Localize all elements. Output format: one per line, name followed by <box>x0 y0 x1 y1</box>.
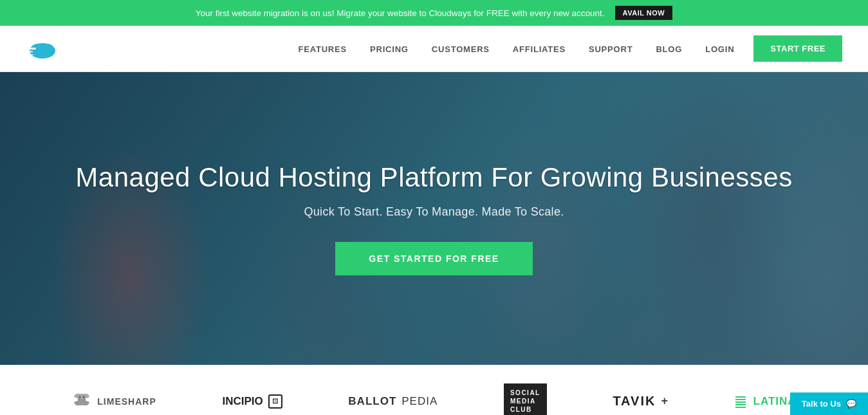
hero-section: Managed Cloud Hosting Platform For Growi… <box>0 72 868 365</box>
avail-now-button[interactable]: AVAIL NOW <box>615 6 673 20</box>
logo-ballotpedia: BALLOTPEDIA <box>348 395 438 408</box>
affiliates-link[interactable]: AFFILIATES <box>513 44 566 54</box>
hero-content: Managed Cloud Hosting Platform For Growi… <box>62 161 805 275</box>
nav-item-support[interactable]: SUPPORT <box>589 43 633 55</box>
pricing-link[interactable]: PRICING <box>370 44 409 54</box>
svg-rect-3 <box>28 48 36 50</box>
get-started-button[interactable]: GET STARTED FOR FREE <box>335 242 532 275</box>
nav-item-customers[interactable]: CUSTOMERS <box>432 43 490 55</box>
limesharp-svg <box>71 391 92 409</box>
customers-link[interactable]: CUSTOMERS <box>432 44 490 54</box>
nav-links: FEATURES PRICING CUSTOMERS AFFILIATES SU… <box>299 43 735 55</box>
logo-social-media-club: SOCIALMEDIACLUB <box>504 383 547 415</box>
incipio-box-icon: ⊡ <box>268 394 282 409</box>
logo-limesharp: LIMESHARP <box>71 391 156 412</box>
talk-to-us-widget[interactable]: Talk to Us 💬 <box>790 392 868 415</box>
nav-item-blog[interactable]: BLOG <box>656 43 682 55</box>
svg-point-8 <box>83 396 85 398</box>
ballotpedia-light: PEDIA <box>402 395 438 408</box>
logo-tavik: TAVIK+ <box>613 394 669 409</box>
limesharp-name: LIMESHARP <box>97 396 156 407</box>
banner-text: Your first website migration is on us! M… <box>196 8 605 18</box>
ballotpedia-bold: BALLOT <box>348 395 396 408</box>
chat-icon: 💬 <box>846 399 856 409</box>
nav-item-pricing[interactable]: PRICING <box>370 43 409 55</box>
tavik-plus-icon: + <box>661 394 669 408</box>
hero-subtitle: Quick To Start. Easy To Manage. Made To … <box>75 205 792 219</box>
blog-link[interactable]: BLOG <box>656 44 682 54</box>
logos-section: LIMESHARP INCIPIO ⊡ BALLOTPEDIA SOCIALME… <box>0 365 868 415</box>
latina-stripes-icon <box>735 395 746 408</box>
support-link[interactable]: SUPPORT <box>589 44 633 54</box>
logo-latina: Latina <box>735 395 797 408</box>
start-free-button[interactable]: START FREE <box>753 35 842 62</box>
hero-title: Managed Cloud Hosting Platform For Growi… <box>75 161 792 194</box>
top-banner: Your first website migration is on us! M… <box>0 0 868 26</box>
tavik-name: TAVIK <box>613 394 656 409</box>
nav-item-affiliates[interactable]: AFFILIATES <box>513 43 566 55</box>
nav-item-login[interactable]: LOGIN <box>705 43 734 55</box>
svg-point-7 <box>79 396 81 398</box>
nav-item-features[interactable]: FEATURES <box>299 43 347 55</box>
logo-incipio: INCIPIO ⊡ <box>222 394 282 409</box>
talk-widget-label: Talk to Us <box>802 399 841 409</box>
logo[interactable] <box>26 37 59 61</box>
svg-point-2 <box>42 44 53 54</box>
login-link[interactable]: LOGIN <box>705 44 734 54</box>
limesharp-icon <box>71 391 92 412</box>
features-link[interactable]: FEATURES <box>299 44 347 54</box>
social-media-text: SOCIALMEDIACLUB <box>510 389 540 414</box>
svg-rect-4 <box>27 51 33 53</box>
incipio-name: INCIPIO <box>222 395 263 408</box>
logo-icon <box>26 37 59 61</box>
svg-rect-5 <box>30 54 34 55</box>
navbar: FEATURES PRICING CUSTOMERS AFFILIATES SU… <box>0 26 868 72</box>
